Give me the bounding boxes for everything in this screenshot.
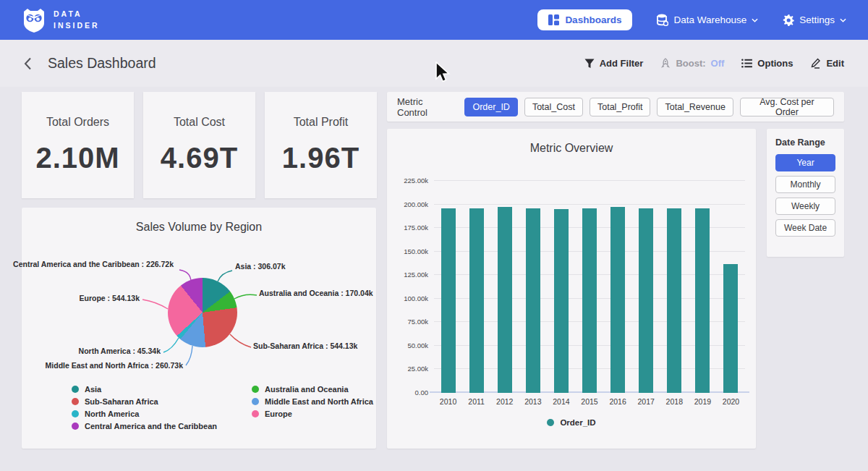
bar-2015[interactable] (582, 208, 597, 393)
kpi-value: 1.96T (282, 142, 359, 174)
metric-option-order-id[interactable]: Order_ID (464, 98, 517, 116)
metric-control-buttons: Order_IDTotal_CostTotal_ProfitTotal_Reve… (464, 98, 834, 116)
bar-slot-2015 (575, 169, 603, 393)
bar-2017[interactable] (639, 208, 653, 393)
x-axis-tick-2018: 2018 (660, 397, 689, 406)
pie-legend-item-middle-east-and-north-africa: Middle East and North Africa (252, 397, 373, 406)
edit-label: Edit (826, 58, 844, 69)
nav-dashboards-button[interactable]: Dashboards (537, 9, 632, 30)
date-range-option-week-date[interactable]: Week Date (775, 219, 835, 237)
bar-2019[interactable] (695, 208, 710, 393)
y-axis-tick: 100.00k (391, 294, 428, 302)
date-range-label: Date Range (775, 137, 835, 148)
bar-slot-2016 (604, 169, 632, 393)
bar-slot-2020 (717, 169, 745, 393)
bar-slot-2012 (490, 169, 519, 393)
bar-2020[interactable] (723, 264, 738, 393)
legend-label: Middle East and North Africa (265, 397, 373, 406)
y-axis-tick: 225.00k (391, 177, 428, 184)
bar-2018[interactable] (667, 208, 681, 393)
legend-label: Order_ID (560, 418, 595, 427)
pie-annotation-central-america: Central America and the Caribbean : 226.… (13, 260, 174, 268)
nav-data-warehouse-button[interactable]: Data Warehouse (657, 14, 758, 26)
date-range-buttons: YearMonthlyWeeklyWeek Date (775, 154, 835, 237)
kpi-row: Total Orders 2.10M Total Cost 4.69T Tota… (22, 92, 377, 198)
bar-slot-2017 (632, 169, 660, 393)
x-axis-tick-2010: 2010 (434, 397, 462, 406)
x-axis-tick-2019: 2019 (689, 397, 717, 406)
bar-2016[interactable] (610, 207, 625, 393)
bar-chart-legend: Order_ID (387, 418, 756, 427)
kpi-value: 2.10M (35, 142, 119, 174)
legend-label: Australia and Oceania (265, 385, 349, 394)
legend-dot (72, 398, 79, 405)
boost-label: Boost: (676, 58, 705, 69)
rocket-icon (660, 58, 671, 69)
edit-pencil-icon (810, 58, 821, 69)
chevron-down-icon (840, 18, 846, 22)
pie-legend-item-central-america-and-the-caribbean: Central America and the Caribbean (72, 422, 217, 430)
date-range-card: Date Range YearMonthlyWeeklyWeek Date (767, 129, 844, 257)
pie-annotation-europe: Europe : 544.13k (80, 294, 140, 302)
x-axis-tick-2013: 2013 (519, 397, 547, 406)
add-filter-label: Add Filter (600, 58, 644, 69)
y-axis-tick: 150.00k (391, 247, 428, 255)
dashboards-grid-icon (548, 14, 559, 25)
pie-chart[interactable] (168, 278, 237, 347)
bar-2012[interactable] (498, 207, 512, 393)
legend-label: North America (85, 410, 139, 418)
date-range-option-monthly[interactable]: Monthly (775, 176, 835, 193)
x-axis-tick-2015: 2015 (575, 397, 603, 406)
filter-funnel-icon (584, 59, 595, 69)
pie-legend-item-sub-saharan-africa: Sub-Saharan Africa (72, 397, 217, 406)
pie-annotation-asia: Asia : 306.07k (235, 262, 285, 271)
options-label: Options (757, 58, 793, 69)
kpi-card-total-orders: Total Orders 2.10M (22, 92, 134, 198)
legend-dot (252, 410, 259, 417)
pie-annotation-middle-east-north-africa: Middle East and North Africa : 260.73k (46, 361, 183, 370)
x-axis-labels: 2010201120122013201420152016201720182019… (434, 397, 745, 406)
x-axis-tick-2014: 2014 (547, 397, 575, 406)
edit-button[interactable]: Edit (810, 58, 844, 69)
kpi-label: Total Orders (46, 116, 109, 129)
x-axis-tick-2017: 2017 (632, 397, 660, 406)
bar-2014[interactable] (554, 209, 569, 393)
gear-icon (783, 14, 794, 26)
legend-dot (72, 423, 79, 430)
y-axis-tick: 125.00k (391, 271, 428, 279)
owl-logo-icon (22, 7, 46, 33)
legend-dot (252, 386, 259, 393)
metric-option-total-revenue[interactable]: Total_Revenue (657, 98, 733, 116)
x-axis-tick-2011: 2011 (462, 397, 490, 406)
date-range-option-weekly[interactable]: Weekly (775, 198, 835, 215)
metric-option-avg-cost-per-order[interactable]: Avg. Cost per Order (740, 98, 834, 116)
x-axis-tick-2012: 2012 (490, 397, 519, 406)
metric-control-bar: Metric Control Order_IDTotal_CostTotal_P… (387, 92, 844, 122)
pie-chart-area: Central America and the Caribbean : 226.… (22, 208, 376, 449)
y-axis-tick: 25.00k (391, 365, 428, 373)
y-axis-tick: 50.00k (391, 341, 428, 349)
date-range-option-year[interactable]: Year (775, 154, 835, 171)
metric-option-total-profit[interactable]: Total_Profit (590, 98, 651, 116)
metric-option-total-cost[interactable]: Total_Cost (524, 98, 583, 116)
legend-item-order-id: Order_ID (547, 418, 595, 427)
bar-slot-2014 (547, 169, 575, 393)
bar-2013[interactable] (526, 208, 540, 393)
nav-settings-button[interactable]: Settings (783, 14, 846, 26)
boost-toggle[interactable]: Boost: Off (660, 58, 724, 69)
chevron-down-icon (752, 18, 758, 22)
add-filter-button[interactable]: Add Filter (584, 58, 644, 69)
nav-data-warehouse-label: Data Warehouse (673, 14, 746, 25)
back-arrow-icon[interactable] (24, 57, 32, 70)
bar-slot-2013 (519, 169, 547, 393)
kpi-label: Total Cost (174, 116, 225, 129)
kpi-label: Total Profit (294, 116, 349, 129)
y-axis-tick: 0.00 (391, 389, 428, 396)
options-button[interactable]: Options (741, 58, 793, 69)
pie-legend-item-north-america: North America (72, 410, 217, 418)
bar-2011[interactable] (469, 208, 484, 393)
bar-2010[interactable] (441, 208, 456, 393)
legend-dot (72, 410, 79, 417)
bar-slot-2011 (462, 169, 490, 393)
kpi-value: 4.69T (161, 142, 238, 174)
